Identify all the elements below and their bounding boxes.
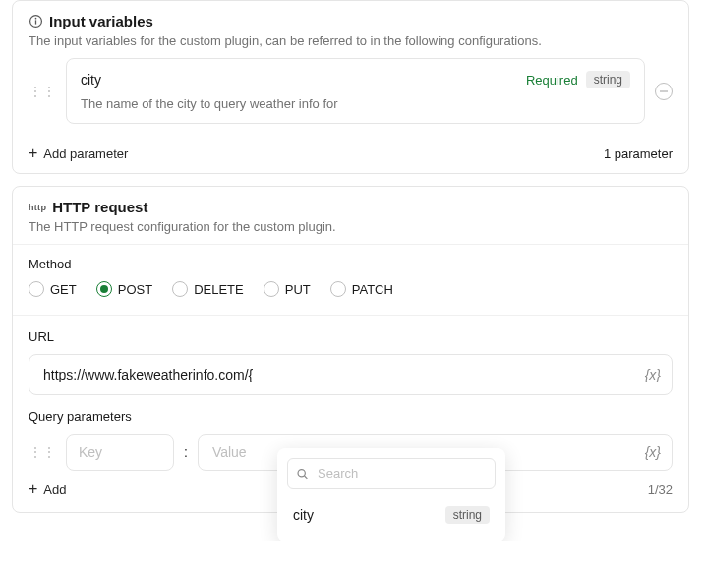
section-title: HTTP request [52, 199, 147, 215]
variable-option-city[interactable]: city string [287, 499, 496, 532]
colon: : [184, 444, 188, 460]
variable-picker-popover: city string [277, 448, 505, 541]
variable-name: city [293, 507, 314, 523]
method-get[interactable]: GET [29, 281, 77, 297]
parameter-name: city [81, 72, 518, 88]
section-title: Input variables [49, 13, 153, 29]
variable-type-badge: string [445, 506, 490, 524]
drag-handle-icon[interactable]: ⋮⋮ [29, 85, 56, 98]
plus-icon: + [29, 146, 37, 161]
section-header: Input variables The input variables for … [13, 1, 688, 58]
info-icon [29, 14, 43, 29]
method-radio-group: GET POST DELETE PUT PATCH [29, 281, 673, 297]
method-patch[interactable]: PATCH [330, 281, 393, 297]
query-param-count: 1/32 [648, 482, 673, 497]
add-parameter-button[interactable]: + Add parameter [29, 146, 128, 161]
svg-line-5 [305, 476, 308, 479]
remove-parameter-button[interactable] [655, 83, 673, 100]
insert-variable-icon[interactable]: {x} [645, 367, 661, 382]
required-tag: Required [526, 73, 578, 88]
parameter-description: The name of the city to query weather in… [81, 96, 630, 111]
query-key-input[interactable] [66, 434, 174, 471]
method-delete[interactable]: DELETE [172, 281, 244, 297]
plus-icon: + [29, 481, 37, 497]
section-footer: + Add parameter 1 parameter [13, 136, 688, 173]
query-params-label: Query parameters [29, 409, 673, 424]
parameter-row: ⋮⋮ city Required string The name of the … [29, 58, 673, 124]
parameter-count: 1 parameter [604, 147, 673, 161]
method-put[interactable]: PUT [264, 281, 311, 297]
section-description: The HTTP request configuration for the c… [29, 219, 673, 234]
method-block: Method GET POST DELETE PUT PATCH [13, 244, 688, 315]
section-header: http HTTP request The HTTP request confi… [13, 187, 688, 244]
add-parameter-label: Add parameter [43, 147, 128, 161]
drag-handle-icon[interactable]: ⋮⋮ [29, 445, 56, 459]
input-variables-section: Input variables The input variables for … [12, 0, 689, 174]
method-label: Method [29, 257, 673, 271]
url-input[interactable] [29, 354, 673, 395]
search-icon [296, 467, 309, 480]
svg-rect-2 [35, 20, 36, 24]
url-label: URL [29, 329, 673, 344]
add-query-param-button[interactable]: + Add [29, 481, 66, 497]
section-description: The input variables for the custom plugi… [29, 33, 673, 48]
parameter-box[interactable]: city Required string The name of the cit… [66, 58, 645, 124]
http-icon: http [29, 203, 46, 212]
method-post[interactable]: POST [96, 281, 152, 297]
svg-point-4 [298, 469, 305, 476]
type-badge: string [586, 71, 630, 88]
svg-point-1 [35, 18, 37, 20]
insert-variable-icon[interactable]: {x} [645, 444, 661, 460]
variable-search-input[interactable] [287, 458, 496, 489]
